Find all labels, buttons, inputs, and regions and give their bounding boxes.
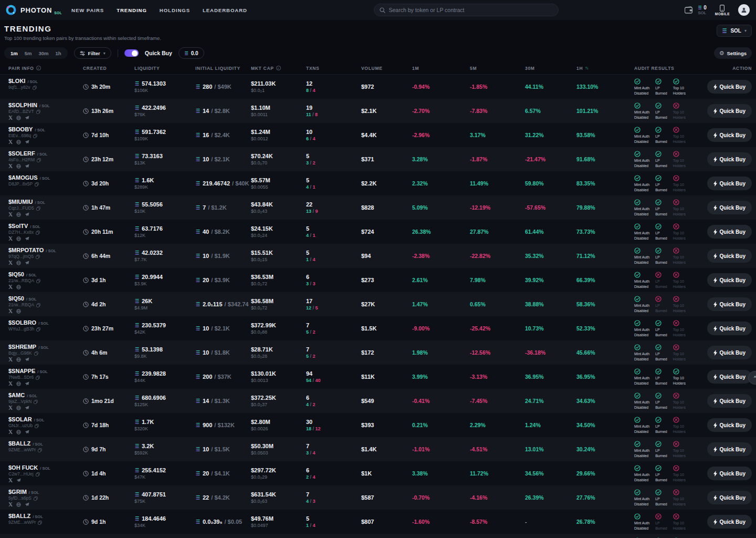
pair-info-cell[interactable]: $LOKI/ SOL 9qf1...y82v xyxy=(8,78,83,96)
x-social-icon[interactable] xyxy=(8,140,13,144)
wallet-button[interactable]: 0 SOL xyxy=(685,5,707,16)
telegram-icon[interactable] xyxy=(25,261,29,265)
quick-buy-toggle[interactable] xyxy=(124,49,139,57)
table-row[interactable]: $AMC/ SOL 9jaZ...VpkN 1mo 21d 680.6906 $… xyxy=(0,389,756,413)
pair-info-cell[interactable]: $SOLAR/ SOL GNJr...uzUb xyxy=(8,416,83,434)
mobile-button[interactable]: MOBILE xyxy=(715,5,730,16)
copy-icon[interactable] xyxy=(36,303,40,307)
website-icon[interactable] xyxy=(16,309,21,314)
pair-info-cell[interactable]: $IQ50/ SOL 21rw...RBQA xyxy=(8,295,83,314)
copy-icon[interactable] xyxy=(36,206,40,211)
copy-icon[interactable] xyxy=(36,110,40,114)
nav-link-holdings[interactable]: HOLDINGS xyxy=(160,7,190,13)
x-social-icon[interactable] xyxy=(8,212,13,216)
telegram-icon[interactable] xyxy=(16,478,21,483)
col-pair-info[interactable]: PAIR INFOi xyxy=(8,66,83,71)
quick-buy-button[interactable]: Quick Buy xyxy=(707,201,752,214)
timeframe-30m[interactable]: 30m xyxy=(38,50,48,56)
telegram-icon[interactable] xyxy=(25,502,29,507)
telegram-icon[interactable] xyxy=(25,164,29,169)
col-30m[interactable]: 30M xyxy=(525,66,576,71)
x-social-icon[interactable] xyxy=(8,261,13,265)
col-5m[interactable]: 5M xyxy=(470,66,525,71)
x-social-icon[interactable] xyxy=(8,478,13,482)
copy-icon[interactable] xyxy=(34,400,38,404)
x-social-icon[interactable] xyxy=(8,430,13,434)
quick-buy-button[interactable]: Quick Buy xyxy=(707,515,752,529)
quick-buy-amount-field[interactable]: 0.0 xyxy=(178,47,204,59)
table-row[interactable]: $SOLPHIN/ SOL EAfD...BZVT 13h 26m 422.24… xyxy=(0,99,756,123)
copy-icon[interactable] xyxy=(36,472,40,477)
x-social-icon[interactable] xyxy=(8,357,13,361)
filter-button[interactable]: Filter ▾ xyxy=(74,47,111,59)
copy-icon[interactable] xyxy=(38,448,42,452)
col-1m[interactable]: 1M xyxy=(412,66,470,71)
website-icon[interactable] xyxy=(16,381,21,386)
copy-icon[interactable] xyxy=(36,376,40,380)
copy-icon[interactable] xyxy=(34,496,38,501)
chain-selector[interactable]: SOL ▾ xyxy=(717,25,752,37)
telegram-icon[interactable] xyxy=(25,212,29,217)
timeframe-1h[interactable]: 1h xyxy=(55,50,61,56)
quick-buy-button[interactable]: Quick Buy xyxy=(707,249,752,263)
quick-buy-button[interactable]: Quick Buy xyxy=(707,418,752,432)
copy-icon[interactable] xyxy=(37,158,41,162)
website-icon[interactable] xyxy=(16,430,21,434)
quick-buy-button[interactable]: Quick Buy xyxy=(707,322,752,335)
table-row[interactable]: $LOKI/ SOL 9qf1...y82v 3h 20m 574.1303 $… xyxy=(0,75,756,99)
pair-info-cell[interactable]: $AMC/ SOL 9jaZ...VpkN xyxy=(8,392,83,410)
copy-icon[interactable] xyxy=(33,134,37,138)
website-icon[interactable] xyxy=(16,164,21,169)
telegram-icon[interactable] xyxy=(25,430,29,434)
x-social-icon[interactable] xyxy=(8,502,13,506)
x-social-icon[interactable] xyxy=(8,116,13,120)
settings-button[interactable]: ⚙ Settings xyxy=(714,47,752,59)
timeframe-5m[interactable]: 5m xyxy=(25,50,32,56)
nav-link-trending[interactable]: TRENDING xyxy=(117,7,147,13)
x-social-icon[interactable] xyxy=(8,236,13,241)
quick-buy-button[interactable]: Quick Buy xyxy=(707,394,752,408)
quick-buy-button[interactable]: Quick Buy xyxy=(707,346,752,359)
pair-info-cell[interactable]: $BOOBY/ SOL EtEv...698q xyxy=(8,126,83,144)
telegram-icon[interactable] xyxy=(25,357,29,362)
pair-info-cell[interactable]: $IQ50/ SOL 21rw...RBQA xyxy=(8,271,83,289)
col-liquidity[interactable]: LIQUIDITY xyxy=(134,66,195,71)
table-row[interactable]: $SHREMP/ SOL Bqjy...G98K 4h 6m 53.1398 $… xyxy=(0,340,756,365)
table-row[interactable]: $SNAPPE/ SOL 7NwB...5Dr6 7h 17s 239.9828… xyxy=(0,365,756,389)
quick-buy-button[interactable]: Quick Buy xyxy=(707,128,752,142)
pair-info-cell[interactable]: $SolTV/ SOL DZ7H...Kx8x xyxy=(8,223,83,241)
copy-icon[interactable] xyxy=(33,86,37,90)
copy-icon[interactable] xyxy=(36,279,40,283)
pair-info-cell[interactable]: $OH FUCK/ SOL C2w7...HUej xyxy=(8,464,83,483)
telegram-icon[interactable] xyxy=(25,140,29,144)
pair-info-cell[interactable]: $AMOGUS/ SOL D8JP...8x5P xyxy=(8,174,83,193)
telegram-icon[interactable] xyxy=(25,236,29,241)
telegram-icon[interactable] xyxy=(25,116,29,120)
copy-icon[interactable] xyxy=(36,231,40,235)
pair-info-cell[interactable]: $SHREMP/ SOL Bqjy...G98K xyxy=(8,344,83,362)
website-icon[interactable] xyxy=(16,140,21,144)
quick-buy-button[interactable]: Quick Buy xyxy=(707,80,752,94)
x-social-icon[interactable] xyxy=(8,406,13,410)
quick-buy-button[interactable]: Quick Buy xyxy=(707,177,752,190)
col-txns[interactable]: TXNS xyxy=(306,66,361,71)
col-volume[interactable]: VOLUME xyxy=(361,66,412,71)
pair-info-cell[interactable]: $GRIM/ SOL 5yfD...s6pS xyxy=(8,489,83,507)
website-icon[interactable] xyxy=(16,406,21,410)
pair-info-cell[interactable]: $BALLZ/ SOL 9ZME...wWPr xyxy=(8,440,83,459)
table-row[interactable]: $GRIM/ SOL 5yfD...s6pS 1d 22h 407.8751 $… xyxy=(0,485,756,510)
col-initial-liquidity[interactable]: INITIAL LIQUIDITY xyxy=(195,66,251,71)
copy-icon[interactable] xyxy=(36,327,40,332)
quick-buy-button[interactable]: Quick Buy xyxy=(707,442,752,456)
table-row[interactable]: $MRPOTATO/ SOL 97qQ...jmQ5 6h 44m 42.023… xyxy=(0,244,756,268)
website-icon[interactable] xyxy=(16,212,21,217)
col-mkt-cap[interactable]: MKT CAPi xyxy=(251,66,306,71)
table-row[interactable]: $SOLBRO/ SOL WYuJ...gB3h 23h 27m 230.537… xyxy=(0,316,756,340)
website-icon[interactable] xyxy=(16,261,21,265)
col-1h[interactable]: 1H↑↓ xyxy=(576,66,634,71)
copy-icon[interactable] xyxy=(38,521,42,525)
x-social-icon[interactable] xyxy=(8,285,13,289)
pair-info-cell[interactable]: $SNAPPE/ SOL 7NwB...5Dr6 xyxy=(8,368,83,386)
table-row[interactable]: $BALLZ/ SOL 9ZME...wWPr 9d 7h 3.2K $592K… xyxy=(0,437,756,461)
search-input[interactable]: Search by token or LP contract xyxy=(374,4,559,16)
